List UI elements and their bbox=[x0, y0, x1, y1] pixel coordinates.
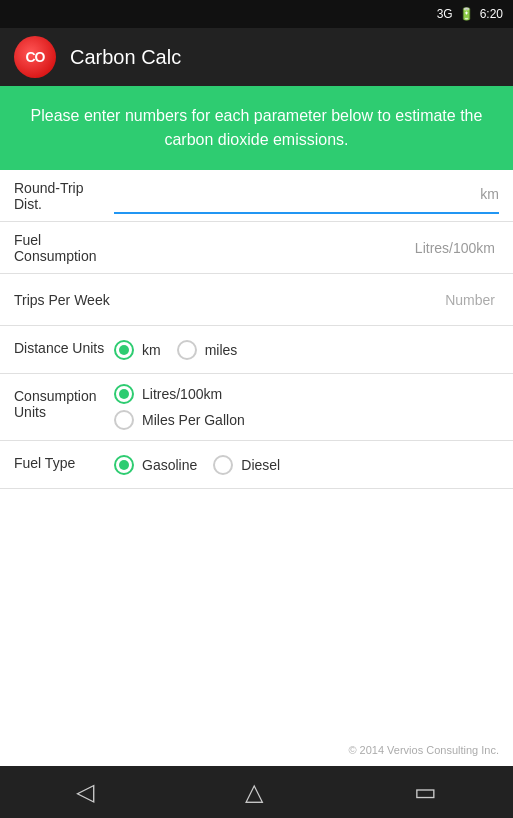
home-button[interactable]: △ bbox=[245, 778, 263, 806]
fuel-consumption-label: Fuel Consumption bbox=[14, 232, 114, 264]
distance-miles-label: miles bbox=[205, 342, 238, 358]
status-bar: 3G 🔋 6:20 bbox=[0, 0, 513, 28]
fuel-gasoline-label: Gasoline bbox=[142, 457, 197, 473]
consumption-litres-option[interactable]: Litres/100km bbox=[114, 384, 499, 404]
consumption-litres-label: Litres/100km bbox=[142, 386, 222, 402]
network-label: 3G bbox=[437, 7, 453, 21]
back-button[interactable]: ◁ bbox=[76, 778, 94, 806]
trips-per-week-input[interactable] bbox=[114, 284, 499, 316]
consumption-mpg-radio[interactable] bbox=[114, 410, 134, 430]
banner: Please enter numbers for each parameter … bbox=[0, 86, 513, 170]
banner-text: Please enter numbers for each parameter … bbox=[31, 107, 483, 148]
distance-km-radio[interactable] bbox=[114, 340, 134, 360]
fuel-type-row: Fuel Type Gasoline Diesel bbox=[0, 441, 513, 489]
distance-km-label: km bbox=[142, 342, 161, 358]
round-trip-row: Round-Trip Dist. km bbox=[0, 170, 513, 222]
consumption-units-row: Consumption Units Litres/100km Miles Per… bbox=[0, 374, 513, 441]
recent-button[interactable]: ▭ bbox=[414, 778, 437, 806]
trips-per-week-label: Trips Per Week bbox=[14, 292, 114, 308]
fuel-type-label: Fuel Type bbox=[14, 451, 114, 471]
time-label: 6:20 bbox=[480, 7, 503, 21]
trips-per-week-row: Trips Per Week bbox=[0, 274, 513, 326]
round-trip-input-wrapper: km bbox=[114, 178, 499, 214]
distance-miles-radio[interactable] bbox=[177, 340, 197, 360]
battery-icon: 🔋 bbox=[459, 7, 474, 21]
consumption-units-options: Litres/100km Miles Per Gallon bbox=[114, 384, 499, 430]
consumption-litres-radio[interactable] bbox=[114, 384, 134, 404]
distance-units-row: Distance Units km miles bbox=[0, 326, 513, 374]
consumption-mpg-option[interactable]: Miles Per Gallon bbox=[114, 410, 499, 430]
round-trip-label: Round-Trip Dist. bbox=[14, 180, 114, 212]
spacer bbox=[0, 489, 513, 734]
distance-units-label: Distance Units bbox=[14, 336, 114, 356]
footer: © 2014 Vervios Consulting Inc. bbox=[0, 734, 513, 766]
app-bar: CO Carbon Calc bbox=[0, 28, 513, 86]
nav-bar: ◁ △ ▭ bbox=[0, 766, 513, 818]
app-logo: CO bbox=[14, 36, 56, 78]
fuel-type-options: Gasoline Diesel bbox=[114, 455, 499, 475]
main-content: Please enter numbers for each parameter … bbox=[0, 86, 513, 766]
consumption-units-label: Consumption Units bbox=[14, 384, 114, 420]
logo-text: CO bbox=[26, 49, 45, 65]
fuel-consumption-value: Litres/100km bbox=[114, 232, 499, 264]
fuel-consumption-row: Fuel Consumption Litres/100km bbox=[0, 222, 513, 274]
app-title: Carbon Calc bbox=[70, 46, 181, 69]
fuel-gasoline-option[interactable]: Gasoline bbox=[114, 455, 197, 475]
consumption-mpg-label: Miles Per Gallon bbox=[142, 412, 245, 428]
round-trip-unit: km bbox=[480, 186, 499, 202]
fuel-gasoline-radio[interactable] bbox=[114, 455, 134, 475]
fuel-diesel-label: Diesel bbox=[241, 457, 280, 473]
fuel-diesel-radio[interactable] bbox=[213, 455, 233, 475]
distance-km-option[interactable]: km bbox=[114, 340, 161, 360]
distance-units-options: km miles bbox=[114, 340, 499, 360]
round-trip-input[interactable] bbox=[114, 178, 476, 210]
fuel-diesel-option[interactable]: Diesel bbox=[213, 455, 280, 475]
form-area: Round-Trip Dist. km Fuel Consumption Lit… bbox=[0, 170, 513, 766]
distance-miles-option[interactable]: miles bbox=[177, 340, 238, 360]
footer-text: © 2014 Vervios Consulting Inc. bbox=[348, 744, 499, 756]
